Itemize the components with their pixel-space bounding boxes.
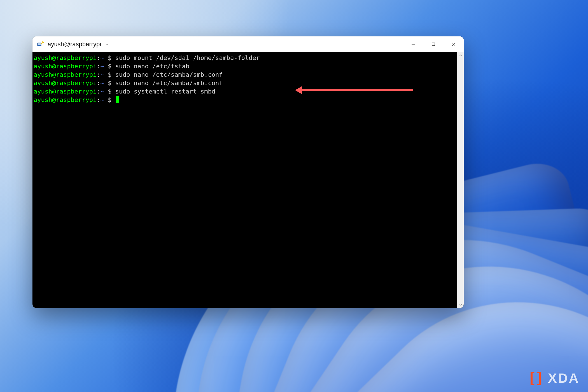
terminal-line: ayush@raspberrypi:~ $ xyxy=(34,96,464,104)
command-text: sudo nano /etc/samba/smb.conf xyxy=(115,80,223,87)
prompt-path: ~ xyxy=(100,96,104,103)
prompt-user: ayush xyxy=(34,54,52,61)
prompt-user: ayush xyxy=(34,63,52,70)
prompt-path: ~ xyxy=(100,54,104,61)
window-controls xyxy=(403,36,464,52)
prompt-host: raspberrypi xyxy=(56,63,97,70)
prompt-host: raspberrypi xyxy=(56,54,97,61)
close-button[interactable] xyxy=(444,36,464,52)
terminal-line: ayush@raspberrypi:~ $ sudo systemctl res… xyxy=(34,87,464,96)
maximize-button[interactable] xyxy=(423,36,444,52)
putty-icon xyxy=(37,41,44,48)
prompt-user: ayush xyxy=(34,96,52,103)
prompt-user: ayush xyxy=(34,80,52,87)
scrollbar[interactable] xyxy=(457,52,464,308)
terminal-line: ayush@raspberrypi:~ $ sudo nano /etc/fst… xyxy=(34,62,464,71)
close-icon xyxy=(451,42,456,46)
svg-rect-1 xyxy=(38,43,41,45)
prompt-path: ~ xyxy=(100,88,104,95)
window-title: ayush@raspberrypi: ~ xyxy=(48,41,403,48)
bracket-right-icon: ] xyxy=(535,369,545,387)
command-text: sudo nano /etc/fstab xyxy=(115,63,189,70)
terminal-cursor xyxy=(116,96,119,103)
svg-rect-2 xyxy=(432,43,435,46)
command-text: sudo nano /etc/samba/smb.conf xyxy=(115,71,223,78)
maximize-icon xyxy=(431,42,436,46)
prompt-host: raspberrypi xyxy=(56,96,97,103)
watermark-text: XDA xyxy=(548,370,580,386)
chevron-down-icon xyxy=(459,303,462,306)
annotation-arrow xyxy=(301,89,413,91)
chevron-up-icon xyxy=(459,54,462,57)
prompt-host: raspberrypi xyxy=(56,71,97,78)
scroll-up-button[interactable] xyxy=(457,52,464,59)
desktop-wallpaper: ayush@raspberrypi: ~ ayush@raspberrypi:~… xyxy=(0,0,588,392)
prompt-path: ~ xyxy=(100,80,104,87)
prompt-host: raspberrypi xyxy=(56,80,97,87)
terminal-line: ayush@raspberrypi:~ $ sudo nano /etc/sam… xyxy=(34,71,464,79)
prompt-path: ~ xyxy=(100,63,104,70)
terminal-body[interactable]: ayush@raspberrypi:~ $ sudo mount /dev/sd… xyxy=(32,52,464,308)
terminal-window: ayush@raspberrypi: ~ ayush@raspberrypi:~… xyxy=(32,36,464,308)
terminal-line: ayush@raspberrypi:~ $ sudo mount /dev/sd… xyxy=(34,54,464,62)
command-text: sudo mount /dev/sda1 /home/samba-folder xyxy=(115,54,260,61)
titlebar[interactable]: ayush@raspberrypi: ~ xyxy=(32,36,464,52)
prompt-user: ayush xyxy=(34,71,52,78)
minimize-icon xyxy=(411,42,416,46)
minimize-button[interactable] xyxy=(403,36,423,52)
command-text: sudo systemctl restart smbd xyxy=(115,88,215,95)
prompt-path: ~ xyxy=(100,71,104,78)
terminal-line: ayush@raspberrypi:~ $ sudo nano /etc/sam… xyxy=(34,79,464,87)
xda-watermark: [ ] XDA xyxy=(528,369,580,387)
prompt-user: ayush xyxy=(34,88,52,95)
prompt-host: raspberrypi xyxy=(56,88,97,95)
